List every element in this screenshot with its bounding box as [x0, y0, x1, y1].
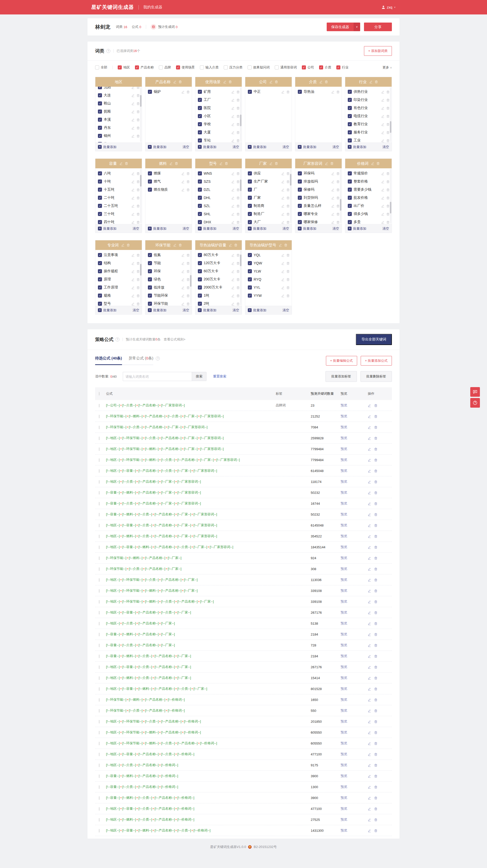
word-checkbox[interactable]: ✓	[198, 130, 202, 134]
filter-checkbox[interactable]	[224, 65, 228, 69]
edit-icon[interactable]	[281, 180, 285, 183]
delete-icon[interactable]	[236, 90, 240, 94]
batch-add-button[interactable]: +批量添加	[298, 145, 316, 149]
preview-link[interactable]: 预览	[341, 817, 347, 822]
preview-link[interactable]: 预览	[341, 523, 347, 527]
word-checkbox[interactable]: ✓	[198, 180, 202, 184]
row-checkbox[interactable]	[99, 829, 99, 833]
delete-icon[interactable]	[236, 196, 240, 199]
tab-pending-formulas[interactable]: 待选公式 (40条)	[95, 356, 122, 365]
delete-icon[interactable]	[187, 188, 190, 191]
edit-icon[interactable]	[132, 270, 135, 273]
edit-icon[interactable]	[132, 253, 135, 257]
edit-icon[interactable]	[281, 261, 285, 265]
delete-icon[interactable]	[236, 106, 240, 110]
edit-icon[interactable]	[231, 253, 235, 257]
delete-icon[interactable]	[374, 764, 377, 767]
delete-icon[interactable]	[137, 180, 140, 183]
row-checkbox[interactable]	[99, 524, 99, 527]
batch-add-button[interactable]: +批量添加	[98, 308, 116, 313]
edit-icon[interactable]	[331, 180, 335, 183]
word-checkbox[interactable]: ✓	[248, 90, 252, 94]
delete-icon[interactable]	[374, 633, 377, 636]
word-checkbox[interactable]: ✓	[98, 269, 102, 273]
clear-button[interactable]: 清空	[283, 308, 289, 313]
word-checkbox[interactable]: ✓	[348, 204, 352, 208]
feedback-chat-button[interactable]	[470, 387, 480, 397]
edit-icon[interactable]	[132, 118, 135, 121]
delete-icon[interactable]	[374, 415, 377, 418]
preview-link[interactable]: 预览	[341, 578, 347, 582]
clear-button[interactable]: 清空	[283, 145, 289, 149]
help-float-button[interactable]	[470, 398, 480, 408]
edit-icon[interactable]	[169, 161, 173, 166]
edit-icon[interactable]	[371, 161, 374, 166]
delete-icon[interactable]	[286, 90, 290, 94]
help-icon[interactable]: ?	[106, 49, 110, 53]
delete-icon[interactable]	[386, 131, 390, 134]
word-checkbox[interactable]: ✓	[348, 188, 352, 192]
word-checkbox[interactable]: ✓	[98, 134, 102, 138]
preview-link[interactable]: 预览	[341, 763, 347, 767]
word-checkbox[interactable]: ✓	[198, 277, 202, 281]
delete-icon[interactable]	[137, 278, 140, 281]
row-checkbox[interactable]	[99, 426, 99, 429]
row-checkbox[interactable]	[99, 567, 99, 571]
preview-link[interactable]: 预览	[341, 632, 347, 636]
row-checkbox[interactable]	[99, 535, 99, 538]
word-checkbox[interactable]: ✓	[98, 261, 102, 265]
delete-icon[interactable]	[374, 546, 377, 549]
preview-link[interactable]: 预览	[341, 676, 347, 680]
delete-icon[interactable]	[374, 785, 377, 789]
delete-icon[interactable]	[137, 286, 140, 289]
reset-search-link[interactable]: 重置搜索	[213, 374, 226, 379]
edit-icon[interactable]	[231, 172, 235, 175]
edit-icon[interactable]	[281, 253, 285, 257]
word-checkbox[interactable]: ✓	[298, 188, 302, 192]
preview-link[interactable]: 预览	[341, 752, 347, 756]
delete-icon[interactable]	[386, 196, 390, 199]
scrollbar-thumb[interactable]	[140, 264, 142, 276]
filter-checkbox[interactable]: ✓	[118, 65, 122, 69]
word-checkbox[interactable]: ✓	[98, 212, 102, 216]
row-checkbox[interactable]	[99, 764, 99, 767]
word-checkbox[interactable]: ✓	[348, 130, 352, 134]
preview-link[interactable]: 预览	[341, 556, 347, 560]
scrollbar-thumb[interactable]	[140, 175, 142, 187]
batch-add-button[interactable]: +批量添加	[248, 308, 266, 313]
edit-icon[interactable]	[132, 87, 135, 89]
delete-icon[interactable]	[225, 161, 228, 166]
edit-icon[interactable]	[132, 134, 135, 138]
filter-使用场景[interactable]: ✓使用场景	[176, 65, 195, 70]
delete-icon[interactable]	[286, 212, 290, 216]
delete-icon[interactable]	[187, 180, 190, 183]
preview-link[interactable]: 预览	[341, 709, 347, 712]
preview-link[interactable]: 预览	[341, 469, 347, 472]
delete-icon[interactable]	[336, 196, 340, 199]
delete-icon[interactable]	[236, 270, 240, 273]
edit-icon[interactable]	[119, 161, 123, 166]
edit-icon[interactable]	[132, 278, 135, 281]
delete-icon[interactable]	[137, 196, 140, 199]
batch-add-button[interactable]: +批量添加	[98, 226, 116, 231]
edit-icon[interactable]	[121, 243, 124, 247]
help-icon[interactable]: ?	[115, 337, 119, 341]
delete-icon[interactable]	[286, 253, 290, 257]
delete-icon[interactable]	[236, 131, 240, 134]
word-checkbox[interactable]: ✓	[148, 172, 152, 176]
word-checkbox[interactable]: ✓	[98, 118, 102, 122]
delete-icon[interactable]	[137, 253, 140, 257]
delete-icon[interactable]	[286, 286, 290, 289]
clear-button[interactable]: 清空	[382, 145, 389, 149]
filter-全部[interactable]: 全部	[95, 65, 107, 70]
edit-icon[interactable]	[368, 513, 371, 516]
filter-品牌[interactable]: 品牌	[159, 65, 171, 70]
word-checkbox[interactable]: ✓	[148, 302, 152, 306]
row-checkbox[interactable]	[99, 698, 99, 702]
edit-icon[interactable]	[132, 196, 135, 199]
word-checkbox[interactable]: ✓	[298, 204, 302, 208]
row-checkbox[interactable]	[99, 720, 99, 723]
batch-add-button[interactable]: +批量添加	[148, 226, 166, 231]
edit-icon[interactable]	[132, 286, 135, 289]
delete-icon[interactable]	[229, 80, 232, 84]
